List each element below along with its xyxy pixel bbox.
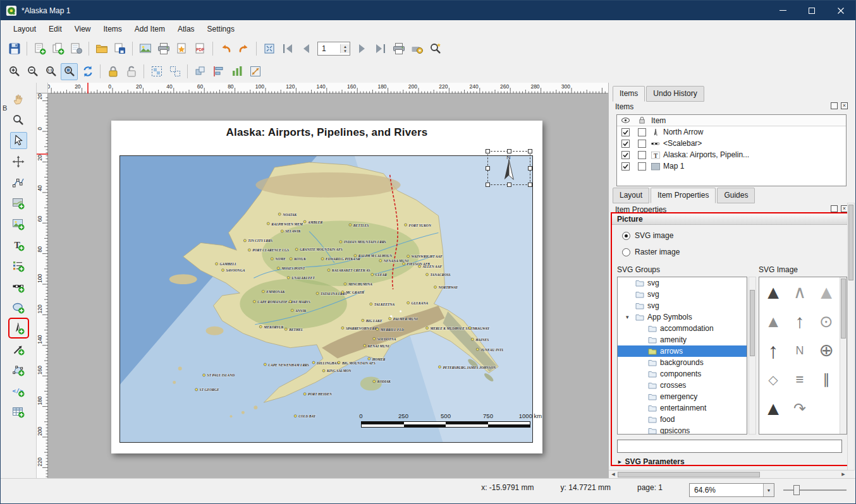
add-scalebar-tool-button[interactable] (10, 278, 27, 295)
svg-preview-item[interactable]: N (786, 336, 813, 365)
items-row[interactable]: TAlaska: Airports, Pipelin... (617, 149, 846, 160)
visibility-checkbox[interactable] (621, 162, 630, 171)
page-number-spinner[interactable]: 1▴▾ (317, 42, 350, 56)
menu-item[interactable]: Layout (7, 22, 42, 36)
align-button[interactable] (210, 63, 227, 80)
ungroup-button[interactable] (166, 63, 183, 80)
layout-canvas[interactable]: 4020020406080100120140160180200220240260… (37, 83, 608, 478)
add-north-arrow-tool-button[interactable] (10, 320, 27, 337)
svg-group-tree-item[interactable]: svg (618, 300, 747, 311)
zoom-in-button[interactable] (6, 63, 23, 80)
raster-image-radio[interactable] (622, 248, 630, 256)
atlas-prev-button[interactable] (297, 40, 314, 57)
selection-handle[interactable] (507, 183, 511, 187)
svg-group-tree-item[interactable]: emergency (618, 391, 747, 402)
add-legend-tool-button[interactable] (10, 257, 27, 274)
preview-scrollbar[interactable] (840, 277, 847, 434)
redo-button[interactable] (235, 40, 252, 57)
raster-image-radio-row[interactable]: Raster image (622, 248, 680, 256)
svg-preview-item[interactable]: ∥ (813, 365, 840, 394)
atlas-last-button[interactable] (372, 40, 389, 57)
print-atlas-button[interactable] (390, 40, 407, 57)
svg-preview-item[interactable]: ▲ (813, 278, 840, 307)
menu-item[interactable]: Items (97, 22, 128, 36)
move-content-tool-button[interactable] (10, 153, 27, 170)
visibility-checkbox[interactable] (621, 151, 630, 159)
save-button[interactable] (6, 40, 23, 57)
undock-icon[interactable] (831, 102, 838, 109)
dock-tab[interactable]: Undo History (646, 86, 704, 102)
svg-preview-item[interactable]: ⊕ (813, 336, 840, 365)
add-label-tool-button[interactable]: T (10, 236, 27, 253)
svg-preview-item[interactable]: ▲ (760, 394, 786, 423)
unlock-button[interactable] (123, 63, 140, 80)
zoom-tool-tool-button[interactable] (10, 111, 27, 128)
svg-preview-item[interactable]: ↑ (786, 307, 813, 336)
close-panel-icon[interactable]: × (841, 102, 848, 109)
export-svg-button[interactable] (173, 40, 190, 57)
svg-preview-item[interactable]: ▲ (760, 278, 786, 307)
properties-tab[interactable]: Item Properties (651, 188, 716, 203)
new-layout-button[interactable] (31, 40, 48, 57)
zoom-out-button[interactable] (24, 63, 41, 80)
menu-item[interactable]: Atlas (171, 22, 201, 36)
map-item[interactable]: NOATAKRALPH WIEN MEMAMBLERBETTLESFORT YU… (119, 155, 533, 443)
export-pdf-button[interactable]: PDF (192, 40, 209, 57)
selection-handle[interactable] (486, 166, 490, 171)
layout-manager-button[interactable] (68, 40, 85, 57)
items-row[interactable]: Map 1 (617, 160, 846, 172)
selection-handle[interactable] (507, 149, 511, 153)
svg-group-tree-item[interactable]: arrows (618, 345, 747, 357)
select-move-tool-button[interactable] (10, 132, 27, 149)
export-image-button[interactable] (137, 40, 154, 57)
scroll-right-icon[interactable]: ▶ (839, 472, 848, 477)
zoom-combobox[interactable]: 64.6% ▼ (689, 483, 774, 497)
lock-checkbox[interactable] (638, 128, 646, 136)
group-button[interactable] (148, 63, 165, 80)
expander-icon[interactable]: ▾ (626, 314, 629, 320)
zoom-extent-button[interactable] (260, 40, 278, 57)
minimize-button[interactable] (768, 1, 797, 20)
zoom-actual-button[interactable]: 1:1 (42, 63, 59, 80)
atlas-first-button[interactable] (279, 40, 296, 57)
tree-scrollbar[interactable] (749, 277, 756, 435)
menu-item[interactable]: Edit (42, 22, 68, 36)
menu-item[interactable]: View (68, 22, 97, 36)
menu-item[interactable]: Settings (201, 22, 241, 36)
svg-groups-tree[interactable]: svgsvgsvg▾App Symbolsaccommodationamenit… (617, 277, 747, 435)
print-button[interactable] (155, 40, 172, 57)
add-html-tool-button[interactable]: </> (10, 382, 27, 399)
properties-tab[interactable]: Layout (613, 188, 649, 203)
dock-side-tab[interactable]: B (3, 104, 7, 112)
atlas-settings-button[interactable] (408, 40, 425, 57)
menu-item[interactable]: Add Item (128, 22, 171, 36)
selection-handle[interactable] (486, 183, 490, 187)
duplicate-layout-button[interactable] (49, 40, 66, 57)
svg-group-tree-item[interactable]: svg (618, 277, 747, 289)
pan-tool-button[interactable] (10, 90, 27, 107)
svg-group-tree-item[interactable]: components (618, 368, 747, 380)
add-attr-table-tool-button[interactable] (10, 403, 27, 420)
svg-group-tree-item[interactable]: food (618, 414, 747, 425)
lock-checkbox[interactable] (638, 140, 646, 148)
close-button[interactable] (826, 1, 855, 20)
selection-handle[interactable] (528, 149, 532, 153)
distribute-button[interactable] (228, 63, 245, 80)
undock-icon[interactable] (831, 205, 838, 212)
add-shape-tool-button[interactable] (10, 299, 27, 316)
open-button[interactable] (93, 40, 110, 57)
properties-tab[interactable]: Guides (717, 188, 755, 203)
svg-preview-item[interactable]: ∧ (786, 278, 813, 307)
svg-group-tree-item[interactable]: ▾App Symbols (618, 311, 747, 323)
lock-checkbox[interactable] (638, 151, 646, 159)
svg-preview-item[interactable]: ◇ (760, 365, 786, 394)
selection-handle[interactable] (486, 149, 490, 153)
preview-atlas-button[interactable] (427, 40, 444, 57)
save-template-button[interactable] (111, 40, 128, 57)
items-row[interactable]: <Scalebar> (617, 138, 846, 149)
svg-group-tree-item[interactable]: entertainment (618, 402, 747, 414)
picture-section-header[interactable]: Picture (612, 213, 847, 225)
svg-preview-item[interactable]: ▲ (760, 307, 786, 336)
svg-group-tree-item[interactable]: crosses (618, 380, 747, 391)
panel-horizontal-scrollbar[interactable]: ◀ ▶ (609, 470, 848, 478)
